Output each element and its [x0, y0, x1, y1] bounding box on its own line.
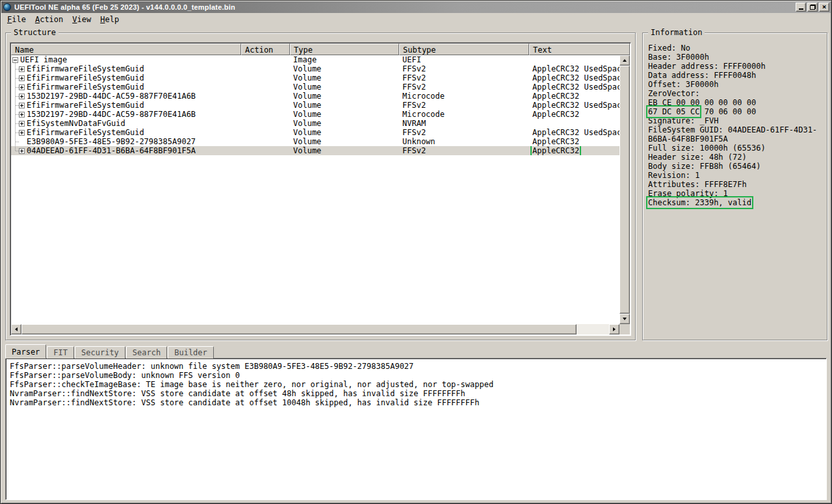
expand-icon[interactable] — [19, 130, 25, 136]
expand-icon[interactable] — [19, 103, 25, 108]
menu-file[interactable]: File — [3, 14, 31, 25]
column-header-text[interactable]: Text — [529, 44, 630, 55]
restore-button[interactable] — [807, 3, 818, 12]
row-name-cell: EfiFirmwareFileSystemGuid — [11, 73, 241, 82]
info-line: Revision: 1 — [648, 171, 824, 180]
row-name: 153D2197-29BD-44DC-AC59-887F70E41A6B — [27, 110, 196, 119]
close-button[interactable]: × — [819, 3, 829, 12]
information-panel-label: Information — [648, 28, 705, 37]
row-text-cell: AppleCRC32 — [529, 110, 619, 119]
vertical-scrollbar-thumb[interactable] — [619, 66, 630, 314]
tree-row[interactable]: EfiFirmwareFileSystemGuidVolumeFFSv2Appl… — [11, 82, 619, 92]
scroll-right-button[interactable] — [609, 324, 619, 334]
scroll-up-button[interactable] — [619, 55, 630, 66]
tree-row[interactable]: EfiFirmwareFileSystemGuidVolumeFFSv2Appl… — [11, 101, 619, 110]
menu-view[interactable]: View — [68, 14, 96, 25]
tab-parser[interactable]: Parser — [5, 344, 46, 359]
expand-icon[interactable] — [19, 94, 25, 99]
row-name-cell: EfiFirmwareFileSystemGuid — [11, 128, 241, 137]
parser-message[interactable]: NvramParser::findNextStore: VSS store ca… — [10, 389, 822, 398]
row-action-cell — [241, 64, 290, 73]
column-header-type[interactable]: Type — [290, 44, 399, 55]
row-name-cell: 04ADEEAD-61FF-4D31-B6BA-64F8BF901F5A — [11, 146, 241, 155]
row-subtype-cell: FFSv2 — [399, 82, 529, 92]
tab-builder[interactable]: Builder — [168, 346, 214, 359]
tree-row[interactable]: EfiFirmwareFileSystemGuidVolumeFFSv2Appl… — [11, 128, 619, 137]
row-type-cell: Image — [290, 55, 399, 64]
row-action-cell — [241, 128, 290, 137]
parser-message[interactable]: FfsParser::parseVolumeHeader: unknown fi… — [10, 362, 822, 371]
tree-row[interactable]: 153D2197-29BD-44DC-AC59-887F70E41A6BVolu… — [11, 110, 619, 119]
window-title: UEFITool NE alpha 65 (Feb 25 2023) - v14… — [14, 3, 796, 11]
tab-fit[interactable]: FIT — [47, 346, 74, 359]
column-header-subtype[interactable]: Subtype — [399, 44, 529, 55]
row-action-cell — [241, 92, 290, 101]
expand-icon[interactable] — [19, 75, 25, 81]
column-header-name[interactable]: Name — [11, 44, 241, 55]
expand-icon[interactable] — [19, 66, 25, 72]
tree-row[interactable]: EfiFirmwareFileSystemGuidVolumeFFSv2Appl… — [11, 64, 619, 73]
menu-help[interactable]: Help — [96, 14, 124, 25]
horizontal-scrollbar-thumb[interactable] — [21, 324, 577, 334]
parser-message[interactable]: FfsParser::checkTeImageBase: TE image ba… — [10, 380, 822, 389]
close-icon: × — [822, 4, 827, 10]
row-name-cell: EfiFirmwareFileSystemGuid — [11, 82, 241, 92]
tree-row[interactable]: E3B980A9-5FE3-48E5-9B92-2798385A9027Volu… — [11, 137, 619, 146]
row-subtype-cell: FFSv2 — [399, 73, 529, 82]
row-action-cell — [241, 110, 290, 119]
row-name: 153D2197-29BD-44DC-AC59-887F70E41A6B — [27, 92, 196, 101]
title-bar[interactable]: UEFITool NE alpha 65 (Feb 25 2023) - v14… — [1, 1, 831, 13]
row-name: EfiFirmwareFileSystemGuid — [27, 128, 144, 137]
arrow-left-icon — [15, 327, 18, 331]
expand-icon[interactable] — [19, 84, 25, 90]
row-action-cell — [241, 55, 290, 64]
expand-icon[interactable] — [19, 121, 25, 127]
tree-row[interactable]: 153D2197-29BD-44DC-AC59-887F70E41A6BVolu… — [11, 92, 619, 101]
row-subtype-cell: UEFI — [399, 55, 529, 64]
row-name-cell: EfiFirmwareFileSystemGuid — [11, 101, 241, 110]
row-text-cell: AppleCRC32 UsedSpace — [529, 73, 619, 82]
row-name: E3B980A9-5FE3-48E5-9B92-2798385A9027 — [27, 137, 196, 146]
row-name-cell: UEFI image — [11, 55, 241, 64]
row-subtype-cell: Microcode — [399, 92, 529, 101]
tab-security[interactable]: Security — [75, 346, 125, 359]
tree-row[interactable]: UEFI imageImageUEFI — [11, 55, 619, 64]
info-line: ZeroVector: — [648, 89, 824, 98]
info-line: Full size: 10000h (65536) — [648, 144, 824, 153]
app-icon[interactable] — [3, 3, 11, 11]
expand-icon[interactable] — [19, 148, 25, 154]
parser-message[interactable]: NvramParser::findNextStore: VSS store ca… — [10, 398, 822, 407]
parser-message[interactable]: FfsParser::parseVolumeBody: unknown FFS … — [10, 371, 822, 380]
info-line: Signature: _FVH — [648, 116, 824, 125]
row-text-cell: AppleCRC32 UsedSpace — [529, 64, 619, 73]
row-name-cell: EfiFirmwareFileSystemGuid — [11, 64, 241, 73]
vertical-scrollbar[interactable] — [619, 55, 630, 324]
horizontal-scrollbar[interactable] — [11, 324, 619, 334]
info-line: B6BA-64F8BF901F5A — [648, 134, 824, 144]
row-type-cell: Volume — [290, 92, 399, 101]
tree-rows: UEFI imageImageUEFIEfiFirmwareFileSystem… — [11, 55, 619, 324]
row-name: EfiFirmwareFileSystemGuid — [27, 64, 144, 73]
expand-icon[interactable] — [19, 112, 25, 118]
information-content: Fixed: NoBase: 3F0000hHeader address: FF… — [648, 44, 824, 207]
info-line: Attributes: FFFF8E7Fh — [648, 180, 824, 189]
arrow-up-icon — [623, 59, 627, 62]
tree-row[interactable]: 04ADEEAD-61FF-4D31-B6BA-64F8BF901F5AVolu… — [11, 146, 619, 155]
minimize-button[interactable] — [796, 3, 806, 12]
arrow-right-icon — [613, 327, 616, 331]
row-subtype-cell: NVRAM — [399, 119, 529, 128]
row-name: 04ADEEAD-61FF-4D31-B6BA-64F8BF901F5A — [27, 146, 196, 155]
tab-search[interactable]: Search — [126, 346, 167, 359]
info-line: 67 DC 05 CC 70 06 00 00 — [648, 107, 824, 116]
row-subtype-cell: FFSv2 — [399, 64, 529, 73]
menu-action[interactable]: Action — [31, 14, 68, 25]
tree-row[interactable]: EfiSystemNvDataFvGuidVolumeNVRAM — [11, 119, 619, 128]
tree-row[interactable]: EfiFirmwareFileSystemGuidVolumeFFSv2Appl… — [11, 73, 619, 82]
column-header-action[interactable]: Action — [241, 44, 290, 55]
scroll-down-button[interactable] — [619, 314, 630, 324]
info-line: FileSystem GUID: 04ADEEAD-61FF-4D31- — [648, 125, 824, 134]
scroll-left-button[interactable] — [11, 324, 21, 334]
annotation-box: Checksum: 2339h, valid — [648, 198, 751, 207]
row-subtype-cell: FFSv2 — [399, 128, 529, 137]
row-subtype-cell: Unknown — [399, 137, 529, 146]
